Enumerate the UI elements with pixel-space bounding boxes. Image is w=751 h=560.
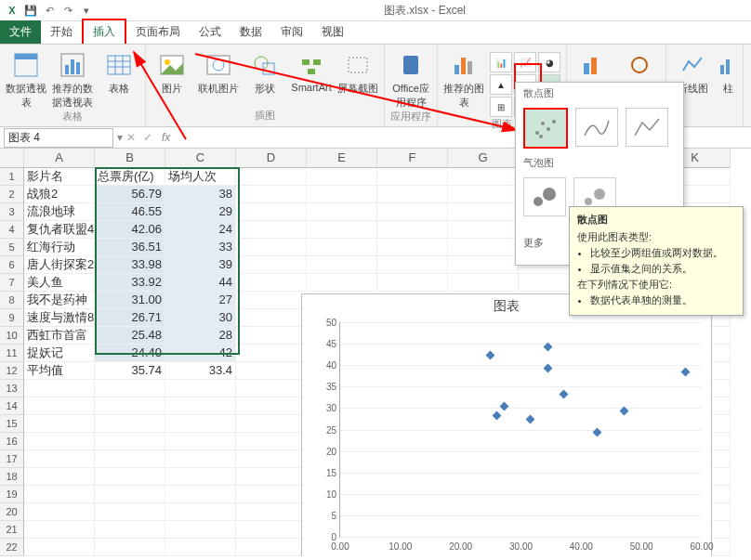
cell[interactable] (377, 221, 448, 239)
cell[interactable] (307, 186, 377, 203)
cell[interactable]: 美人鱼 (24, 274, 95, 292)
cell[interactable]: 35.74 (95, 362, 165, 380)
save-icon[interactable]: 💾 (22, 2, 39, 19)
row-header[interactable]: 14 (0, 397, 24, 415)
cell[interactable] (95, 521, 165, 539)
data-point[interactable] (559, 389, 568, 398)
row-header[interactable]: 9 (0, 309, 24, 327)
confirm-icon[interactable]: ✓ (139, 131, 156, 144)
cell[interactable] (307, 168, 377, 186)
cell[interactable]: 46.55 (95, 203, 165, 221)
tab-view[interactable]: 视图 (312, 20, 353, 44)
cell[interactable] (95, 397, 165, 415)
col-header[interactable]: D (236, 149, 307, 168)
cell[interactable] (307, 256, 377, 274)
data-point[interactable] (681, 368, 691, 377)
cell[interactable]: 42 (165, 345, 236, 362)
cell[interactable]: 33.92 (95, 274, 165, 292)
cell[interactable] (24, 415, 95, 433)
row-header[interactable]: 12 (0, 362, 24, 380)
cell[interactable] (24, 521, 95, 539)
scatter-option-basic[interactable] (523, 108, 568, 149)
cell[interactable]: 36.51 (95, 239, 165, 256)
cell[interactable] (448, 168, 519, 186)
tab-layout[interactable]: 页面布局 (126, 20, 190, 44)
data-point[interactable] (486, 351, 495, 360)
tab-review[interactable]: 审阅 (271, 20, 312, 44)
cell[interactable] (236, 203, 307, 221)
pivot-table-button[interactable]: 数据透视表 (6, 50, 46, 110)
cell[interactable] (236, 292, 307, 309)
cell[interactable] (236, 168, 307, 186)
cell[interactable] (165, 415, 236, 433)
bubble-option[interactable] (523, 177, 566, 216)
cell[interactable] (165, 521, 236, 539)
cell[interactable] (377, 203, 448, 221)
cell[interactable] (236, 380, 307, 397)
row-header[interactable]: 6 (0, 256, 24, 274)
qat-more-icon[interactable]: ▾ (78, 2, 95, 19)
cell[interactable] (165, 503, 236, 521)
redo-icon[interactable]: ↷ (59, 2, 76, 19)
cell[interactable] (448, 203, 519, 221)
cell[interactable] (95, 433, 165, 450)
screenshot-button[interactable]: 屏幕截图 (337, 50, 378, 96)
online-picture-button[interactable]: 联机图片 (198, 50, 239, 96)
cell[interactable]: 33.4 (165, 362, 236, 380)
line-chart-icon[interactable]: 📈 (514, 52, 536, 72)
row-header[interactable]: 1 (0, 168, 24, 186)
data-point[interactable] (493, 410, 502, 420)
cell[interactable]: 25.48 (95, 327, 165, 345)
cell[interactable] (377, 239, 448, 256)
bar-chart-icon[interactable]: 📊 (490, 52, 512, 72)
col-header[interactable]: F (377, 149, 448, 168)
cell[interactable] (236, 186, 307, 203)
row-header[interactable]: 19 (0, 486, 24, 503)
tab-file[interactable]: 文件 (0, 20, 41, 44)
cell[interactable] (236, 327, 307, 345)
row-header[interactable]: 18 (0, 468, 24, 486)
cell[interactable] (236, 415, 307, 433)
row-header[interactable]: 4 (0, 221, 24, 239)
cell[interactable]: 24.40 (95, 345, 165, 362)
row-header[interactable]: 22 (0, 539, 24, 556)
cell[interactable]: 战狼2 (24, 186, 95, 203)
cell[interactable] (24, 486, 95, 503)
row-header[interactable]: 11 (0, 345, 24, 362)
cell[interactable] (236, 256, 307, 274)
cell[interactable] (165, 468, 236, 486)
cell[interactable] (95, 486, 165, 503)
cell[interactable] (448, 256, 519, 274)
cell[interactable]: 平均值 (24, 362, 95, 380)
row-header[interactable]: 16 (0, 433, 24, 450)
tab-formula[interactable]: 公式 (190, 20, 231, 44)
cell[interactable] (307, 239, 377, 256)
name-box[interactable]: 图表 4 (4, 128, 113, 148)
cell[interactable]: 42.06 (95, 221, 165, 239)
col-header[interactable] (0, 149, 24, 168)
shapes-button[interactable]: 形状 (244, 50, 285, 96)
scatter-option-lines[interactable] (626, 108, 668, 147)
cell[interactable] (448, 274, 519, 292)
cell[interactable] (377, 168, 448, 186)
sparkcol-button[interactable]: 柱 (718, 50, 737, 96)
cell[interactable] (165, 539, 236, 556)
cell[interactable] (95, 468, 165, 486)
row-header[interactable]: 21 (0, 521, 24, 539)
row-header[interactable]: 17 (0, 450, 24, 468)
cell[interactable]: 33 (165, 239, 236, 256)
cell[interactable] (95, 450, 165, 468)
cell[interactable] (24, 468, 95, 486)
table-button[interactable]: 表格 (99, 50, 139, 110)
more-scatter-option[interactable]: 更多 (523, 224, 544, 261)
col-header[interactable]: C (165, 149, 236, 168)
cell[interactable]: 场均人次 (165, 168, 236, 186)
cell[interactable]: 流浪地球 (24, 203, 95, 221)
tab-home[interactable]: 开始 (41, 20, 82, 44)
cell[interactable]: 44 (165, 274, 236, 292)
stock-chart-icon[interactable]: ⊞ (490, 97, 512, 117)
cell[interactable] (165, 450, 236, 468)
cell[interactable] (236, 521, 307, 539)
col-header[interactable]: G (448, 149, 519, 168)
cell[interactable] (165, 397, 236, 415)
